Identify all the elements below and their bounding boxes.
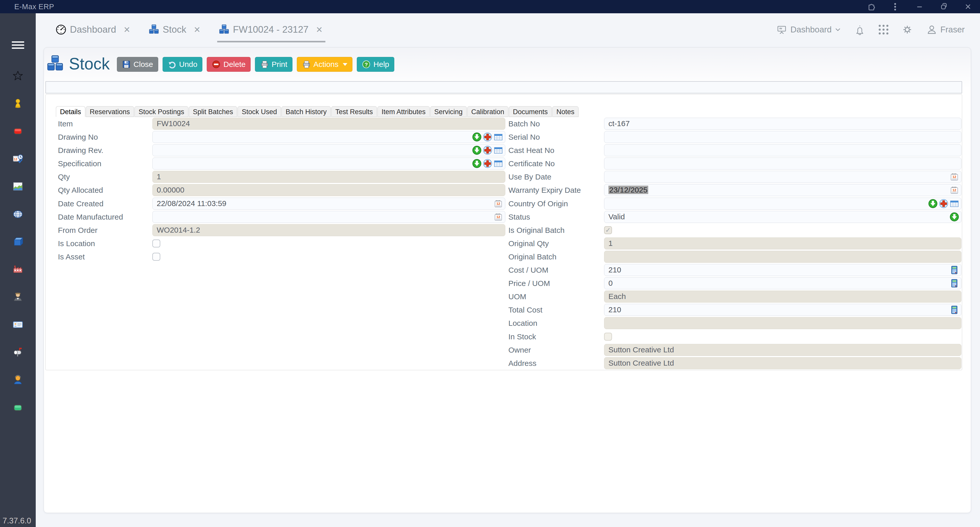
country-of-origin-field[interactable] (604, 197, 961, 210)
tab-stock-used[interactable]: Stock Used (238, 106, 281, 117)
cast-heat-no-field[interactable] (604, 144, 961, 156)
date-created-field[interactable]: 22/08/2024 11:03:5912 (152, 197, 505, 210)
sidebar-item-pawn[interactable] (12, 97, 24, 109)
lookup-icon[interactable] (472, 132, 482, 142)
tab-details[interactable]: Details (56, 106, 85, 117)
restore-button[interactable] (932, 0, 956, 13)
form-row: Date Created22/08/2024 11:03:5912Country… (46, 197, 962, 211)
warranty-expiry-date-field[interactable]: 23/12/202512 (604, 184, 961, 196)
drawing-rev-field[interactable] (152, 144, 505, 156)
window-tab-fw10024-23127[interactable]: FW10024 - 23127× (218, 13, 323, 46)
tab-close-icon[interactable]: × (124, 24, 130, 35)
in-stock-label: In Stock (508, 331, 536, 343)
svg-text:12: 12 (953, 175, 956, 179)
use-by-date-field[interactable]: 12 (604, 171, 961, 183)
is-asset-checkbox[interactable] (152, 253, 160, 261)
form-row: OwnerSutton Creative Ltd (46, 344, 962, 357)
window-close-button[interactable] (956, 0, 980, 13)
batch-no-field[interactable]: ct-167 (604, 118, 961, 130)
tab-close-icon[interactable]: × (316, 24, 323, 35)
original-batch-label: Original Batch (508, 251, 556, 263)
help-button[interactable]: ?Help (357, 57, 394, 72)
tab-test-results[interactable]: Test Results (331, 106, 377, 117)
sidebar-item-id-card[interactable] (12, 319, 24, 331)
sidebar-item-cube[interactable] (12, 236, 24, 248)
certificate-no-field[interactable] (604, 158, 961, 170)
dashboard-menu[interactable]: Dashboard (776, 24, 841, 35)
field-value: FW10024 (157, 119, 190, 128)
tab-notes[interactable]: Notes (552, 106, 579, 117)
user-menu[interactable]: Fraser (926, 24, 965, 35)
browser-menu-kebab-icon[interactable] (883, 0, 907, 13)
browse-icon[interactable] (493, 159, 503, 168)
status-field[interactable]: Valid (604, 211, 961, 223)
sidebar-item-worker[interactable] (12, 291, 24, 303)
date-manufactured-field[interactable]: 12 (152, 211, 505, 223)
add-icon[interactable] (483, 159, 492, 168)
sidebar-item-headset[interactable] (12, 374, 24, 386)
calculator-icon[interactable] (950, 305, 959, 315)
board-icon (776, 24, 788, 35)
lookup-icon[interactable] (928, 199, 938, 209)
tab-documents[interactable]: Documents (509, 106, 552, 117)
sidebar-item-factory[interactable] (12, 263, 24, 275)
save-icon (122, 60, 130, 69)
sidebar-item-star[interactable] (12, 70, 24, 82)
window-tab-dashboard[interactable]: Dashboard× (55, 13, 130, 46)
undo-button[interactable]: Undo (162, 57, 203, 72)
app-title: E-Max ERP (14, 3, 54, 11)
browse-icon[interactable] (493, 132, 503, 142)
browse-icon[interactable] (950, 199, 959, 209)
close-button[interactable]: Close (117, 57, 158, 72)
calendar-icon[interactable]: 12 (950, 172, 959, 182)
drawing-no-field[interactable] (152, 131, 505, 143)
price-uom-field[interactable]: 0 (604, 277, 961, 289)
specification-field[interactable] (152, 158, 505, 170)
sidebar-item-calendar-clock[interactable]: 12 (12, 153, 24, 165)
tab-servicing[interactable]: Servicing (430, 106, 467, 117)
tab-close-icon[interactable]: × (194, 24, 200, 35)
cost-uom-field[interactable]: 210 (604, 264, 961, 276)
add-icon[interactable] (939, 199, 948, 209)
add-icon[interactable] (483, 132, 492, 142)
calculator-icon[interactable] (950, 279, 959, 288)
tab-reservations[interactable]: Reservations (86, 106, 134, 117)
calendar-icon[interactable]: 12 (950, 185, 959, 195)
calendar-icon[interactable]: 12 (493, 212, 503, 221)
sidebar-item-mailbox[interactable] (12, 347, 24, 358)
sidebar-item-chart[interactable] (12, 180, 24, 192)
delete-button[interactable]: Delete (207, 57, 251, 72)
tab-split-batches[interactable]: Split Batches (189, 106, 237, 117)
gear-icon[interactable] (902, 24, 913, 35)
tab-item-attributes[interactable]: Item Attributes (377, 106, 430, 117)
collapsed-header-panel (45, 81, 962, 94)
lookup-icon[interactable] (472, 159, 482, 168)
bell-icon[interactable] (854, 24, 865, 35)
actions-button[interactable]: Actions (297, 57, 352, 72)
lookup-icon[interactable] (950, 212, 959, 221)
form-row: Drawing NoSerial No (46, 131, 962, 144)
hamburger-menu-icon[interactable] (12, 41, 24, 51)
tab-calibration[interactable]: Calibration (467, 106, 508, 117)
apps-grid-icon[interactable] (879, 25, 888, 35)
form-row: Qty Allocated0.00000Warranty Expiry Date… (46, 184, 962, 197)
sidebar-item-green-panel[interactable] (12, 402, 24, 414)
total-cost-field[interactable]: 210 (604, 304, 961, 316)
serial-no-field[interactable] (604, 131, 961, 143)
field-action-icons: 12 (950, 172, 959, 182)
extensions-puzzle-icon[interactable] (859, 0, 883, 13)
sidebar-item-red-panel[interactable] (12, 125, 24, 137)
tab-stock-postings[interactable]: Stock Postings (135, 106, 188, 117)
tab-batch-history[interactable]: Batch History (282, 106, 331, 117)
lookup-icon[interactable] (472, 145, 482, 155)
calculator-icon[interactable] (950, 265, 959, 275)
window-tab-stock[interactable]: Stock× (148, 13, 200, 46)
add-icon[interactable] (483, 145, 492, 155)
calendar-icon[interactable]: 12 (493, 199, 503, 209)
minimize-button[interactable] (907, 0, 932, 13)
is-location-checkbox[interactable] (152, 239, 160, 247)
sidebar-item-globe[interactable] (12, 209, 24, 220)
browse-icon[interactable] (493, 145, 503, 155)
field-value: 1 (157, 172, 161, 181)
print-button[interactable]: Print (255, 57, 293, 72)
